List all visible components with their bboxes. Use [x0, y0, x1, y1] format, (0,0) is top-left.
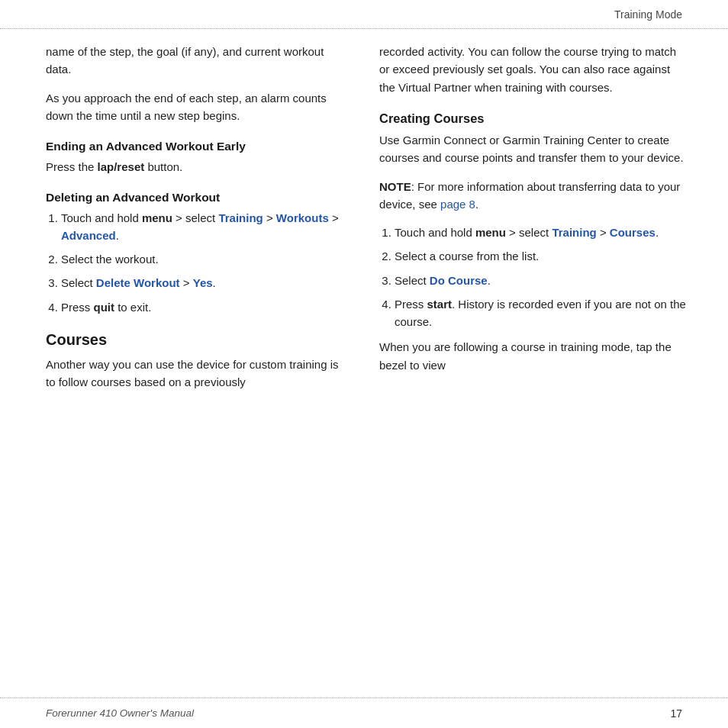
page-8-link[interactable]: page 8 [440, 198, 475, 211]
do-course-link: Do Course [430, 274, 488, 287]
training-link-2: Training [552, 226, 596, 239]
menu-bold-2: menu [475, 226, 506, 239]
deleting-step-1: Touch and hold menu > select Training > … [61, 209, 341, 245]
right-column: recorded activity. You can follow the co… [364, 29, 728, 697]
creating-section: Creating Courses Use Garmin Connect or G… [379, 110, 686, 167]
note-paragraph: NOTE: For more information about transfe… [379, 178, 686, 214]
ending-body: Press the lap/reset button. [46, 158, 341, 176]
delete-workout-link: Delete Workout [96, 276, 180, 289]
workouts-link: Workouts [276, 211, 329, 224]
ending-body-prefix: Press the [46, 160, 98, 173]
ending-heading: Ending an Advanced Workout Early [46, 138, 341, 155]
ending-body-bold: lap/reset [98, 160, 145, 173]
note-text: : For more information about transferrin… [379, 180, 680, 211]
creating-step-4: Press start. History is recorded even if… [395, 295, 686, 331]
footer-page-number: 17 [670, 707, 682, 720]
training-link-1: Training [218, 211, 263, 224]
courses-link: Courses [610, 226, 656, 239]
creating-step-1: Touch and hold menu > select Training > … [395, 224, 686, 241]
deleting-step-4: Press quit to exit. [61, 298, 341, 316]
creating-heading: Creating Courses [379, 110, 686, 127]
courses-section: Courses Another way you can use the devi… [46, 330, 341, 391]
left-paragraph-2: As you approach the end of each step, an… [46, 89, 341, 125]
menu-bold-1: menu [142, 211, 172, 224]
creating-step-3: Select Do Course. [395, 272, 686, 289]
deleting-section: Deleting an Advanced Workout Touch and h… [46, 189, 341, 316]
creating-step-2: Select a course from the list. [395, 247, 686, 265]
deleting-step-2: Select the workout. [61, 250, 341, 268]
left-paragraph-1: name of the step, the goal (if any), and… [46, 43, 341, 79]
header-title: Training Mode [614, 8, 682, 21]
creating-body: Use Garmin Connect or Garmin Training Ce… [379, 131, 686, 167]
content-area: name of the step, the goal (if any), and… [0, 29, 728, 697]
courses-body: Another way you can use the device for c… [46, 356, 341, 391]
page-container: Training Mode name of the step, the goal… [0, 0, 728, 728]
closing-paragraph: When you are following a course in train… [379, 338, 686, 374]
advanced-link: Advanced [61, 229, 116, 242]
courses-heading: Courses [46, 330, 341, 350]
ending-body-suffix: button. [144, 160, 182, 173]
creating-steps-list: Touch and hold menu > select Training > … [395, 224, 686, 330]
header-bar: Training Mode [0, 0, 728, 29]
quit-bold: quit [94, 301, 115, 314]
deleting-heading: Deleting an Advanced Workout [46, 189, 341, 206]
footer-bar: Forerunner 410 Owner's Manual 17 [0, 697, 728, 728]
deleting-steps-list: Touch and hold menu > select Training > … [61, 209, 341, 316]
deleting-step-3: Select Delete Workout > Yes. [61, 274, 341, 292]
note-suffix: . [475, 198, 478, 211]
start-bold: start [427, 298, 453, 311]
ending-section: Ending an Advanced Workout Early Press t… [46, 138, 341, 176]
note-label: NOTE [379, 180, 411, 193]
right-paragraph-1: recorded activity. You can follow the co… [379, 43, 686, 96]
yes-link: Yes [193, 276, 213, 289]
footer-manual-title: Forerunner 410 Owner's Manual [46, 707, 194, 719]
left-column: name of the step, the goal (if any), and… [0, 29, 364, 697]
